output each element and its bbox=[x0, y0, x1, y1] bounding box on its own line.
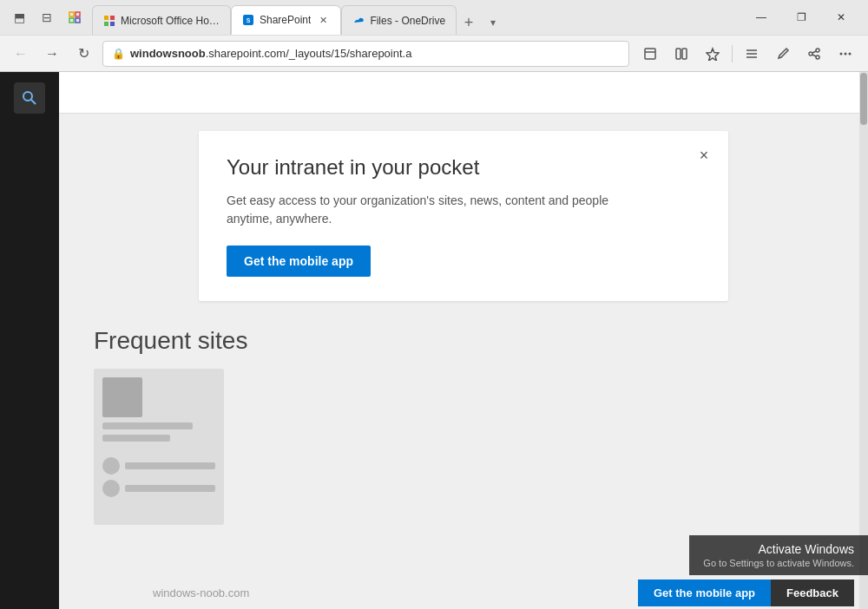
office-tab-icon bbox=[103, 15, 115, 27]
reading-view-button[interactable] bbox=[667, 40, 695, 68]
lock-icon: 🔒 bbox=[112, 48, 125, 60]
quick-access-btn2[interactable]: ⊟ bbox=[35, 5, 59, 29]
refresh-button[interactable]: ↻ bbox=[71, 42, 95, 66]
sidebar-left bbox=[0, 72, 59, 609]
feedback-button[interactable]: Feedback bbox=[771, 580, 854, 606]
tab-microsoft-office[interactable]: Microsoft Office Home bbox=[92, 5, 231, 35]
svg-rect-5 bbox=[110, 16, 115, 20]
close-button[interactable]: ✕ bbox=[821, 0, 861, 35]
title-bar-controls: ⬒ ⊟ bbox=[7, 5, 87, 29]
svg-rect-12 bbox=[676, 49, 681, 59]
sp-main: × Your intranet in your pocket Get easy … bbox=[59, 114, 868, 609]
forward-button[interactable]: → bbox=[40, 42, 64, 66]
svg-line-22 bbox=[812, 55, 816, 56]
page-area: × Your intranet in your pocket Get easy … bbox=[59, 72, 868, 609]
scrollbar[interactable] bbox=[859, 72, 868, 609]
bottom-get-app-button[interactable]: Get the mobile app bbox=[638, 580, 771, 606]
sp-search-bar bbox=[59, 72, 868, 114]
tab-onedrive[interactable]: Files - OneDrive bbox=[341, 5, 457, 35]
card-dot-2 bbox=[102, 480, 120, 497]
address-domain: windowsnoob bbox=[130, 47, 206, 60]
svg-rect-1 bbox=[76, 12, 80, 16]
svg-rect-2 bbox=[69, 18, 74, 23]
tab-strip: Microsoft Office Home S SharePoint ✕ bbox=[92, 0, 736, 35]
sp-search-button[interactable] bbox=[14, 82, 45, 114]
svg-rect-6 bbox=[104, 22, 108, 26]
bottom-buttons: Get the mobile app Feedback bbox=[638, 580, 854, 606]
svg-point-24 bbox=[845, 52, 847, 55]
card-dot-1 bbox=[102, 457, 120, 475]
tab-office-title: Microsoft Office Home bbox=[121, 15, 220, 27]
pen-button[interactable] bbox=[769, 40, 797, 68]
toolbar-divider bbox=[732, 45, 733, 62]
svg-marker-14 bbox=[707, 49, 719, 61]
svg-rect-3 bbox=[76, 18, 80, 23]
promo-close-button[interactable]: × bbox=[692, 143, 716, 167]
card-row-1 bbox=[102, 457, 215, 475]
minimize-button[interactable]: — bbox=[741, 0, 781, 35]
svg-line-27 bbox=[31, 100, 36, 104]
card-image-placeholder bbox=[102, 377, 142, 417]
back-button[interactable]: ← bbox=[9, 42, 33, 66]
window-controls: — ❐ ✕ bbox=[741, 0, 861, 35]
share-button[interactable] bbox=[800, 40, 828, 68]
card-line-1 bbox=[102, 422, 193, 429]
sharepoint-tab-icon: S bbox=[242, 14, 254, 26]
get-mobile-app-button[interactable]: Get the mobile app bbox=[227, 246, 371, 277]
svg-rect-4 bbox=[104, 16, 108, 20]
svg-point-18 bbox=[816, 49, 819, 52]
menu-button[interactable] bbox=[738, 40, 766, 68]
address-domain-suffix: .sharepoint.com/_layouts/15/sharepoint.a bbox=[206, 47, 412, 60]
svg-rect-10 bbox=[645, 49, 655, 59]
svg-rect-13 bbox=[682, 49, 687, 59]
card-row-2 bbox=[102, 480, 215, 497]
bottom-bar: windows-noob.com Get the mobile app Feed… bbox=[118, 575, 868, 609]
promo-title: Your intranet in your pocket bbox=[227, 155, 700, 180]
promo-card: × Your intranet in your pocket Get easy … bbox=[199, 131, 728, 301]
address-bar: ← → ↻ 🔒 windowsnoob.sharepoint.com/_layo… bbox=[0, 35, 868, 71]
tab-overflow-button[interactable]: ▾ bbox=[481, 10, 505, 35]
sites-grid bbox=[94, 369, 833, 525]
toolbar-icons bbox=[636, 40, 859, 68]
tab-sharepoint-title: SharePoint bbox=[260, 14, 311, 26]
scrollbar-thumb bbox=[860, 73, 867, 125]
tab-sharepoint-close[interactable]: ✕ bbox=[316, 13, 330, 27]
svg-rect-7 bbox=[110, 22, 115, 26]
quick-access-btn1[interactable]: ⬒ bbox=[7, 5, 31, 29]
svg-point-20 bbox=[816, 56, 819, 59]
onedrive-tab-icon bbox=[352, 15, 365, 27]
new-tab-button[interactable]: + bbox=[457, 10, 481, 35]
browser-chrome: ⬒ ⊟ Microsoft Office Home bbox=[0, 0, 868, 72]
hub-button[interactable] bbox=[636, 40, 664, 68]
address-box[interactable]: 🔒 windowsnoob.sharepoint.com/_layouts/15… bbox=[102, 41, 629, 67]
card-dot-line-2 bbox=[125, 485, 215, 492]
browser-content: × Your intranet in your pocket Get easy … bbox=[0, 72, 868, 609]
svg-rect-0 bbox=[69, 12, 74, 16]
watermark-text: windows-noob.com bbox=[118, 586, 249, 599]
svg-point-19 bbox=[809, 52, 812, 56]
favorites-button[interactable] bbox=[699, 40, 727, 68]
card-line-2 bbox=[102, 435, 170, 442]
restore-button[interactable]: ❐ bbox=[781, 0, 821, 35]
site-card-placeholder bbox=[94, 369, 224, 525]
promo-description: Get easy access to your organization's s… bbox=[227, 192, 643, 228]
svg-line-21 bbox=[812, 51, 816, 53]
more-button[interactable] bbox=[832, 40, 859, 68]
card-dot-line-1 bbox=[125, 462, 215, 469]
tab-onedrive-title: Files - OneDrive bbox=[370, 15, 445, 27]
svg-point-26 bbox=[23, 92, 32, 101]
svg-point-23 bbox=[840, 52, 843, 55]
title-bar: ⬒ ⊟ Microsoft Office Home bbox=[0, 0, 868, 35]
frequent-sites-heading: Frequent sites bbox=[94, 327, 799, 355]
quick-access-btn3[interactable] bbox=[62, 5, 87, 29]
tab-sharepoint[interactable]: S SharePoint ✕ bbox=[231, 5, 341, 35]
address-text: windowsnoob.sharepoint.com/_layouts/15/s… bbox=[130, 47, 620, 60]
svg-text:S: S bbox=[247, 17, 251, 23]
svg-point-25 bbox=[849, 52, 852, 55]
